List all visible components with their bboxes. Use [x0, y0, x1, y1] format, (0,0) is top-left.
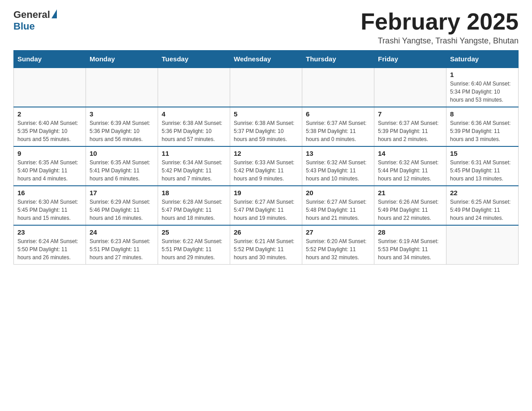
- col-friday: Friday: [374, 51, 446, 68]
- table-row: 9Sunrise: 6:35 AM Sunset: 5:40 PM Daylig…: [14, 146, 86, 186]
- table-row: 1Sunrise: 6:40 AM Sunset: 5:34 PM Daylig…: [446, 68, 519, 107]
- day-info: Sunrise: 6:35 AM Sunset: 5:41 PM Dayligh…: [90, 158, 154, 183]
- month-year-title: February 2025: [360, 9, 519, 34]
- table-row: 19Sunrise: 6:27 AM Sunset: 5:47 PM Dayli…: [230, 186, 302, 225]
- day-number: 5: [234, 110, 298, 118]
- table-row: [446, 225, 519, 265]
- day-number: 18: [162, 189, 226, 197]
- day-info: Sunrise: 6:22 AM Sunset: 5:51 PM Dayligh…: [162, 237, 226, 261]
- calendar-header-row: Sunday Monday Tuesday Wednesday Thursday…: [14, 51, 519, 68]
- table-row: 23Sunrise: 6:24 AM Sunset: 5:50 PM Dayli…: [14, 225, 86, 265]
- day-number: 23: [17, 228, 82, 236]
- table-row: 21Sunrise: 6:26 AM Sunset: 5:49 PM Dayli…: [374, 186, 446, 225]
- col-wednesday: Wednesday: [230, 51, 302, 68]
- day-number: 17: [90, 189, 154, 197]
- logo-blue-text: Blue: [13, 21, 35, 32]
- table-row: 16Sunrise: 6:30 AM Sunset: 5:45 PM Dayli…: [14, 186, 86, 225]
- logo-general-text: General: [13, 9, 50, 21]
- day-info: Sunrise: 6:38 AM Sunset: 5:36 PM Dayligh…: [162, 119, 226, 143]
- day-number: 20: [306, 189, 370, 197]
- day-number: 27: [306, 228, 370, 236]
- table-row: 18Sunrise: 6:28 AM Sunset: 5:47 PM Dayli…: [158, 186, 230, 225]
- table-row: 2Sunrise: 6:40 AM Sunset: 5:35 PM Daylig…: [14, 107, 86, 146]
- day-number: 11: [162, 150, 226, 157]
- day-number: 26: [234, 228, 298, 236]
- calendar-week-row: 16Sunrise: 6:30 AM Sunset: 5:45 PM Dayli…: [14, 186, 519, 225]
- calendar-table: Sunday Monday Tuesday Wednesday Thursday…: [13, 50, 519, 265]
- col-saturday: Saturday: [446, 51, 519, 68]
- day-number: 13: [306, 150, 370, 157]
- table-row: 3Sunrise: 6:39 AM Sunset: 5:36 PM Daylig…: [86, 107, 158, 146]
- day-number: 14: [378, 150, 442, 157]
- day-number: 2: [17, 110, 82, 118]
- title-section: February 2025 Trashi Yangtse, Trashi Yan…: [360, 9, 519, 46]
- table-row: 4Sunrise: 6:38 AM Sunset: 5:36 PM Daylig…: [158, 107, 230, 146]
- table-row: 8Sunrise: 6:36 AM Sunset: 5:39 PM Daylig…: [446, 107, 519, 146]
- day-info: Sunrise: 6:29 AM Sunset: 5:46 PM Dayligh…: [90, 198, 154, 222]
- table-row: 15Sunrise: 6:31 AM Sunset: 5:45 PM Dayli…: [446, 146, 519, 186]
- table-row: 26Sunrise: 6:21 AM Sunset: 5:52 PM Dayli…: [230, 225, 302, 265]
- day-info: Sunrise: 6:19 AM Sunset: 5:53 PM Dayligh…: [378, 237, 442, 261]
- day-info: Sunrise: 6:34 AM Sunset: 5:42 PM Dayligh…: [162, 158, 226, 183]
- table-row: [302, 68, 374, 107]
- day-number: 22: [450, 189, 515, 197]
- table-row: [158, 68, 230, 107]
- page-header: General Blue February 2025 Trashi Yangts…: [13, 9, 519, 46]
- day-info: Sunrise: 6:39 AM Sunset: 5:36 PM Dayligh…: [90, 119, 154, 143]
- day-info: Sunrise: 6:23 AM Sunset: 5:51 PM Dayligh…: [90, 237, 154, 261]
- table-row: 25Sunrise: 6:22 AM Sunset: 5:51 PM Dayli…: [158, 225, 230, 265]
- day-info: Sunrise: 6:32 AM Sunset: 5:44 PM Dayligh…: [378, 158, 442, 183]
- day-number: 24: [90, 228, 154, 236]
- table-row: 17Sunrise: 6:29 AM Sunset: 5:46 PM Dayli…: [86, 186, 158, 225]
- logo: General Blue: [13, 9, 57, 32]
- day-info: Sunrise: 6:27 AM Sunset: 5:47 PM Dayligh…: [234, 198, 298, 222]
- day-number: 21: [378, 189, 442, 197]
- calendar-week-row: 23Sunrise: 6:24 AM Sunset: 5:50 PM Dayli…: [14, 225, 519, 265]
- col-monday: Monday: [86, 51, 158, 68]
- day-info: Sunrise: 6:20 AM Sunset: 5:52 PM Dayligh…: [306, 237, 370, 261]
- calendar-week-row: 9Sunrise: 6:35 AM Sunset: 5:40 PM Daylig…: [14, 146, 519, 186]
- day-number: 7: [378, 110, 442, 118]
- day-number: 3: [90, 110, 154, 118]
- table-row: 10Sunrise: 6:35 AM Sunset: 5:41 PM Dayli…: [86, 146, 158, 186]
- day-info: Sunrise: 6:37 AM Sunset: 5:39 PM Dayligh…: [378, 119, 442, 143]
- day-info: Sunrise: 6:31 AM Sunset: 5:45 PM Dayligh…: [450, 158, 515, 183]
- day-number: 12: [234, 150, 298, 157]
- calendar-week-row: 1Sunrise: 6:40 AM Sunset: 5:34 PM Daylig…: [14, 68, 519, 107]
- table-row: 14Sunrise: 6:32 AM Sunset: 5:44 PM Dayli…: [374, 146, 446, 186]
- table-row: 28Sunrise: 6:19 AM Sunset: 5:53 PM Dayli…: [374, 225, 446, 265]
- day-number: 19: [234, 189, 298, 197]
- day-number: 15: [450, 150, 515, 157]
- day-info: Sunrise: 6:36 AM Sunset: 5:39 PM Dayligh…: [450, 119, 515, 143]
- table-row: 24Sunrise: 6:23 AM Sunset: 5:51 PM Dayli…: [86, 225, 158, 265]
- day-info: Sunrise: 6:33 AM Sunset: 5:42 PM Dayligh…: [234, 158, 298, 183]
- day-info: Sunrise: 6:24 AM Sunset: 5:50 PM Dayligh…: [17, 237, 82, 261]
- day-number: 6: [306, 110, 370, 118]
- table-row: 13Sunrise: 6:32 AM Sunset: 5:43 PM Dayli…: [302, 146, 374, 186]
- day-info: Sunrise: 6:28 AM Sunset: 5:47 PM Dayligh…: [162, 198, 226, 222]
- table-row: [86, 68, 158, 107]
- table-row: 12Sunrise: 6:33 AM Sunset: 5:42 PM Dayli…: [230, 146, 302, 186]
- day-info: Sunrise: 6:32 AM Sunset: 5:43 PM Dayligh…: [306, 158, 370, 183]
- day-info: Sunrise: 6:40 AM Sunset: 5:35 PM Dayligh…: [17, 119, 82, 143]
- day-number: 28: [378, 228, 442, 236]
- day-info: Sunrise: 6:35 AM Sunset: 5:40 PM Dayligh…: [17, 158, 82, 183]
- table-row: [230, 68, 302, 107]
- day-info: Sunrise: 6:26 AM Sunset: 5:49 PM Dayligh…: [378, 198, 442, 222]
- day-number: 8: [450, 110, 515, 118]
- table-row: [14, 68, 86, 107]
- col-thursday: Thursday: [302, 51, 374, 68]
- day-number: 1: [450, 71, 515, 78]
- day-number: 9: [17, 150, 82, 157]
- table-row: 20Sunrise: 6:27 AM Sunset: 5:48 PM Dayli…: [302, 186, 374, 225]
- day-info: Sunrise: 6:25 AM Sunset: 5:49 PM Dayligh…: [450, 198, 515, 222]
- day-info: Sunrise: 6:21 AM Sunset: 5:52 PM Dayligh…: [234, 237, 298, 261]
- location-subtitle: Trashi Yangtse, Trashi Yangste, Bhutan: [360, 36, 519, 46]
- col-tuesday: Tuesday: [158, 51, 230, 68]
- day-info: Sunrise: 6:30 AM Sunset: 5:45 PM Dayligh…: [17, 198, 82, 222]
- day-info: Sunrise: 6:27 AM Sunset: 5:48 PM Dayligh…: [306, 198, 370, 222]
- day-number: 16: [17, 189, 82, 197]
- table-row: 27Sunrise: 6:20 AM Sunset: 5:52 PM Dayli…: [302, 225, 374, 265]
- col-sunday: Sunday: [14, 51, 86, 68]
- table-row: 7Sunrise: 6:37 AM Sunset: 5:39 PM Daylig…: [374, 107, 446, 146]
